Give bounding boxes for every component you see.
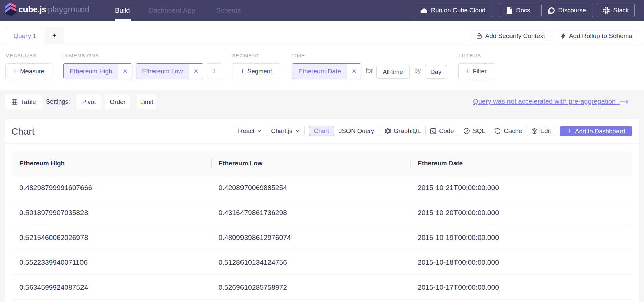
svg-text:?: ?	[466, 129, 468, 133]
